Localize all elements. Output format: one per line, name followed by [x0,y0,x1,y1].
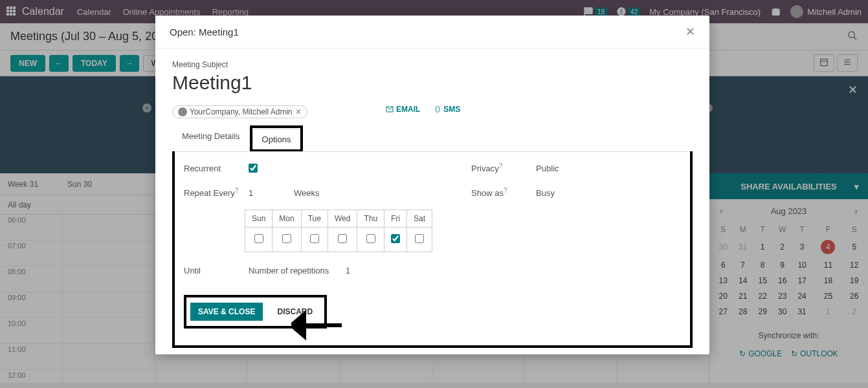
privacy-value[interactable]: Public [536,164,559,173]
meeting-modal: Open: Meeting1 ✕ Meeting Subject Meeting… [155,16,709,354]
recurrent-checkbox[interactable] [249,164,258,173]
showas-value[interactable]: Busy [536,188,555,198]
svg-rect-7 [436,107,440,112]
repeat-n[interactable]: 1 [249,188,294,198]
modal-title: Open: Meeting1 [170,27,239,38]
day-header: Sat [407,210,432,228]
day-checkbox-sat[interactable] [415,234,424,243]
sms-button[interactable]: SMS [434,105,460,114]
subject-label: Meeting Subject [172,60,693,69]
attendee-name: YourCompany, Mitchell Admin [190,107,293,116]
remove-attendee-icon[interactable]: ✕ [295,107,302,116]
weekday-picker: SunMonTueWedThuFriSat [245,210,432,252]
recurrent-label: Recurrent [184,164,249,173]
until-n[interactable]: 1 [346,266,350,275]
day-header: Sun [245,210,273,228]
privacy-label: Privacy? [471,162,536,173]
day-header: Wed [328,210,357,228]
close-icon[interactable]: ✕ [685,25,695,39]
annotation-arrow-icon [291,309,343,344]
save-close-button[interactable]: SAVE & CLOSE [190,303,263,321]
day-checkbox-tue[interactable] [310,234,319,243]
day-checkbox-sun[interactable] [254,234,263,243]
day-checkbox-wed[interactable] [338,234,347,243]
avatar-icon [178,107,187,116]
repeat-unit[interactable]: Weeks [294,188,320,198]
day-header: Mon [273,210,301,228]
until-label: Until [184,266,249,275]
tab-options[interactable]: Options [252,129,301,149]
showas-label: Show as? [471,187,536,198]
repeat-every-label: Repeat Every? [184,187,249,198]
day-header: Tue [301,210,328,228]
meeting-subject[interactable]: Meeting1 [172,72,693,94]
day-header: Thu [357,210,384,228]
day-checkbox-mon[interactable] [282,234,291,243]
attendee-chip[interactable]: YourCompany, Mitchell Admin ✕ [172,105,307,118]
until-mode[interactable]: Number of repetitions [249,266,346,275]
day-checkbox-thu[interactable] [366,234,375,243]
tab-meeting-details[interactable]: Meeting Details [172,125,250,151]
day-checkbox-fri[interactable] [391,234,400,243]
email-button[interactable]: EMAIL [386,105,420,114]
day-header: Fri [384,210,407,228]
